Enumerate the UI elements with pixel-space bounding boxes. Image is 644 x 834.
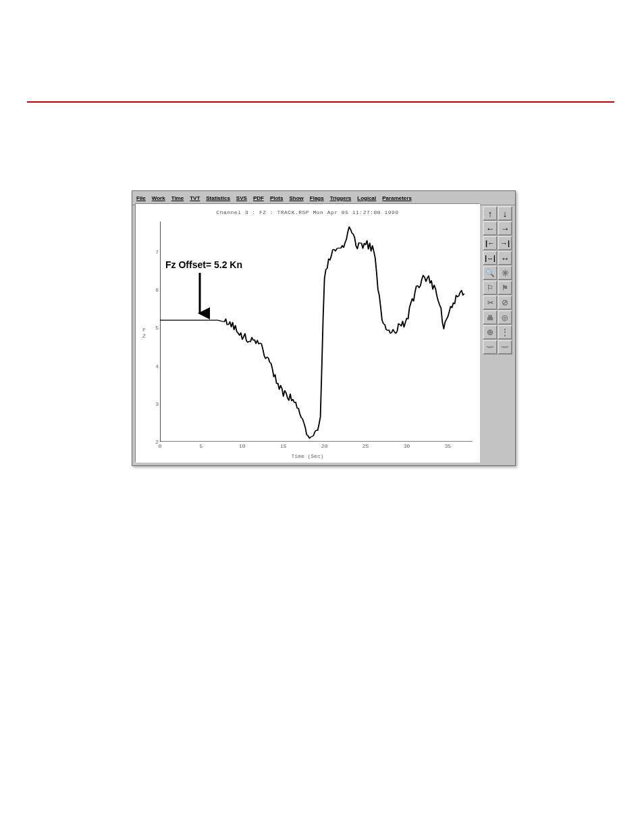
menu-svs[interactable]: SVS xyxy=(236,195,247,201)
y-tick: 7 xyxy=(155,249,159,255)
arrow-down-icon[interactable]: ↓ xyxy=(498,206,512,221)
y-tick: 3 xyxy=(155,400,159,407)
x-ticks: 05101520253035 xyxy=(160,443,473,451)
annotation-arrow-icon xyxy=(190,273,210,320)
x-tick: 0 xyxy=(159,443,162,449)
wave-2-icon[interactable]: 〰 xyxy=(498,340,512,355)
x-tick: 20 xyxy=(321,443,328,449)
wave-icon[interactable]: 〰 xyxy=(483,340,498,355)
y-ticks: 234567 xyxy=(149,221,159,442)
plot-title: Channel 3 : FZ : TRACK.RSP Mon Apr 05 11… xyxy=(136,209,479,215)
x-tick: 5 xyxy=(200,443,203,449)
flag-right-icon[interactable]: ⚑ xyxy=(498,280,512,295)
line-chart xyxy=(160,221,473,442)
menu-tvt[interactable]: TVT xyxy=(190,195,200,201)
menu-file[interactable]: File xyxy=(136,195,146,201)
magnify-icon[interactable]: 🔍 xyxy=(483,265,498,280)
cut-icon[interactable]: ✂ xyxy=(483,295,498,310)
menu-logical[interactable]: Logical xyxy=(357,195,376,201)
flag-left-icon[interactable]: ⚐ xyxy=(483,280,498,295)
fit-both-icon[interactable]: ↔ xyxy=(498,251,512,265)
disk-icon[interactable]: ◎ xyxy=(498,310,512,325)
menu-time[interactable]: Time xyxy=(171,195,184,201)
x-tick: 35 xyxy=(445,443,452,449)
menu-plots[interactable]: Plots xyxy=(270,195,284,201)
menu-show[interactable]: Show xyxy=(289,195,303,201)
y-tick: 4 xyxy=(155,363,159,369)
no-entry-icon[interactable]: ⊘ xyxy=(498,295,512,310)
app-window: File Work Time TVT Statistics SVS PDF Pl… xyxy=(132,190,516,466)
asterisk-icon[interactable]: ✳ xyxy=(498,265,512,280)
fit-horizontal-icon[interactable]: |↔| xyxy=(483,251,498,265)
y-axis-label: FZ xyxy=(142,327,146,339)
print-icon[interactable]: 🖶 xyxy=(483,310,498,325)
dots-vertical-icon[interactable]: ⋮ xyxy=(498,325,512,340)
y-tick: 6 xyxy=(155,287,159,293)
x-axis-label: Time (Sec) xyxy=(136,453,479,459)
menu-statistics[interactable]: Statistics xyxy=(206,195,230,201)
go-start-icon[interactable]: |← xyxy=(483,236,498,251)
menu-parameters[interactable]: Parameters xyxy=(382,195,412,201)
x-tick: 10 xyxy=(239,443,246,449)
y-tick: 5 xyxy=(155,325,159,331)
header-rule xyxy=(27,101,614,103)
target-icon[interactable]: ⊕ xyxy=(483,325,498,340)
x-tick: 25 xyxy=(363,443,369,449)
menu-flags[interactable]: Flags xyxy=(310,195,324,201)
go-end-icon[interactable]: →| xyxy=(498,236,512,251)
arrow-up-icon[interactable]: ↑ xyxy=(483,206,498,221)
menu-triggers[interactable]: Triggers xyxy=(330,195,352,201)
arrow-left-icon[interactable]: ← xyxy=(483,221,498,236)
plot-area: 234567 05101520253035 xyxy=(160,221,473,442)
toolbar: ↑ ↓ ← → |← →| |↔| ↔ 🔍 ✳ ⚐ ⚑ ✂ ⊘ 🖶 ◎ ⊕ ⋮ … xyxy=(483,206,512,355)
menu-work[interactable]: Work xyxy=(152,195,165,201)
plot-client: Channel 3 : FZ : TRACK.RSP Mon Apr 05 11… xyxy=(135,203,480,463)
offset-annotation: Fz Offset= 5.2 Kn xyxy=(165,259,242,270)
arrow-right-icon[interactable]: → xyxy=(498,221,512,236)
x-tick: 30 xyxy=(404,443,410,449)
x-tick: 15 xyxy=(280,443,287,449)
menu-pdf[interactable]: PDF xyxy=(253,195,264,201)
